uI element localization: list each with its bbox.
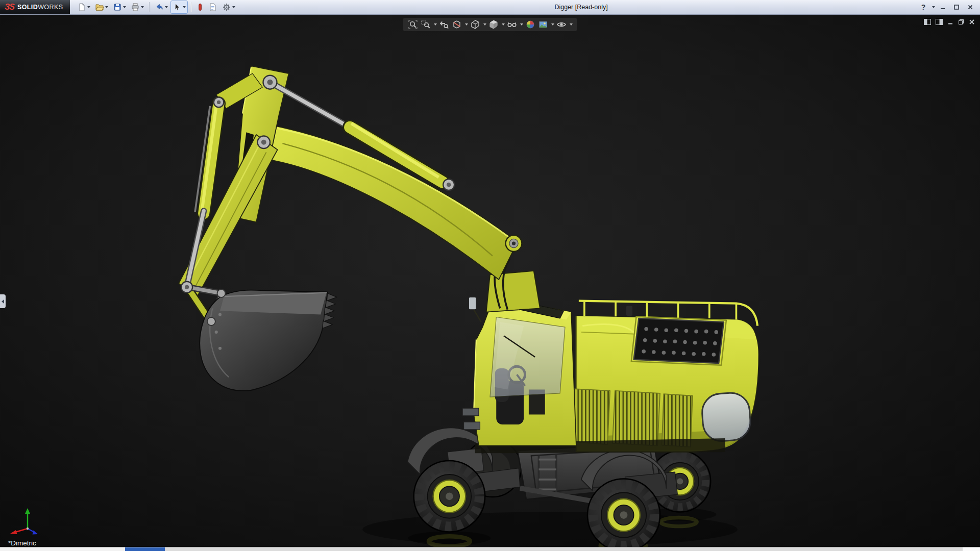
- edit-appearance-button[interactable]: [525, 19, 536, 30]
- solidworks-logo-icon: ЗS: [5, 3, 14, 12]
- save-button[interactable]: [111, 1, 128, 14]
- file-properties-icon: [208, 3, 217, 12]
- minimize-doc-button[interactable]: [947, 19, 953, 25]
- minimize-icon: [940, 4, 946, 10]
- new-document-icon: [77, 3, 86, 12]
- taskbar-active-segment: [125, 547, 165, 551]
- view-settings-icon: [556, 19, 567, 30]
- zoom-to-fit-icon: [408, 19, 418, 30]
- undo-icon: [155, 3, 164, 12]
- zoom-to-area-icon: [421, 19, 431, 30]
- help-button[interactable]: ?: [917, 2, 929, 12]
- toolbar-separator: [191, 2, 191, 12]
- section-view-icon: [452, 19, 462, 30]
- view-orientation-icon: [470, 19, 480, 30]
- chevron-down-icon[interactable]: [183, 6, 186, 8]
- apply-scene-icon: [538, 19, 548, 30]
- view-orientation-label: *Dimetric: [8, 539, 36, 547]
- chevron-down-icon[interactable]: [105, 6, 108, 8]
- toolbar-separator: [149, 2, 150, 12]
- close-doc-button[interactable]: [969, 19, 975, 25]
- chevron-down-icon[interactable]: [570, 23, 573, 26]
- section-view-button[interactable]: [451, 19, 462, 30]
- print-button[interactable]: [129, 1, 146, 14]
- graphics-area[interactable]: *Dimetric: [0, 15, 980, 547]
- chevron-down-icon[interactable]: [123, 6, 126, 8]
- options-button[interactable]: [220, 1, 237, 14]
- select-cursor-icon: [173, 3, 182, 12]
- file-properties-button[interactable]: [206, 1, 219, 14]
- wheel-front-right: [587, 479, 660, 547]
- apply-scene-button[interactable]: [537, 19, 549, 30]
- orientation-triad: [8, 506, 44, 536]
- previous-view-icon: [439, 19, 449, 30]
- minimize-button[interactable]: [937, 2, 949, 12]
- hide-show-items-icon: [507, 19, 517, 30]
- featuremanager-collapse-tab[interactable]: [0, 294, 6, 308]
- open-folder-icon: [95, 3, 104, 12]
- display-style-button[interactable]: [488, 19, 499, 30]
- pane-left-icon: [924, 19, 931, 25]
- wheel-front-left: [414, 461, 485, 532]
- window-controls: ?: [917, 2, 980, 12]
- save-icon: [113, 3, 122, 12]
- options-gear-icon: [222, 3, 231, 12]
- previous-view-button[interactable]: [438, 19, 450, 30]
- document-window-controls: [924, 19, 975, 25]
- pane-left-button[interactable]: [924, 19, 931, 25]
- solidworks-logo: ЗS SOLIDWORKS: [0, 0, 70, 14]
- new-document-button[interactable]: [75, 1, 92, 14]
- chevron-down-icon[interactable]: [434, 23, 437, 26]
- edit-appearance-icon: [525, 19, 535, 30]
- close-icon: [967, 4, 973, 10]
- chevron-down-icon[interactable]: [520, 23, 523, 26]
- open-button[interactable]: [93, 1, 110, 14]
- rebuild-icon: [197, 3, 204, 12]
- display-style-icon: [488, 19, 499, 30]
- chevron-down-icon[interactable]: [465, 23, 468, 26]
- view-orientation-button[interactable]: [470, 19, 481, 30]
- window-title: Digger [Read-only]: [554, 4, 607, 11]
- chevron-down-icon[interactable]: [502, 23, 505, 26]
- cab: [462, 297, 576, 445]
- restore-doc-icon: [958, 19, 964, 25]
- chevron-down-icon[interactable]: [87, 6, 90, 8]
- view-settings-button[interactable]: [556, 19, 567, 30]
- chevron-down-icon[interactable]: [483, 23, 486, 26]
- quick-access-toolbar: [75, 1, 237, 14]
- zoom-to-fit-button[interactable]: [407, 19, 419, 30]
- pane-right-button[interactable]: [936, 19, 943, 25]
- 3d-scene[interactable]: [0, 15, 980, 547]
- chevron-down-icon[interactable]: [165, 6, 168, 8]
- taskbar-segment: [0, 547, 125, 551]
- chevron-down-icon[interactable]: [232, 6, 235, 8]
- hide-show-items-button[interactable]: [506, 19, 518, 30]
- chevron-down-icon[interactable]: [551, 23, 554, 26]
- restore-doc-button[interactable]: [958, 19, 964, 25]
- rebuild-button[interactable]: [194, 1, 206, 14]
- brand-name: SOLIDWORKS: [17, 4, 63, 11]
- heads-up-view-toolbar: [403, 18, 577, 31]
- maximize-icon: [953, 4, 960, 10]
- zoom-to-area-button[interactable]: [420, 19, 431, 30]
- chevron-left-icon: [2, 299, 4, 304]
- select-button[interactable]: [170, 1, 188, 14]
- undo-button[interactable]: [153, 1, 170, 14]
- chevron-down-icon[interactable]: [932, 6, 935, 8]
- maximize-button[interactable]: [950, 2, 963, 12]
- minimize-doc-icon: [947, 19, 953, 25]
- close-button[interactable]: [964, 2, 976, 12]
- titlebar: ЗS SOLIDWORKS: [0, 0, 980, 15]
- close-doc-icon: [969, 19, 975, 25]
- pane-right-icon: [936, 19, 943, 25]
- taskbar-segment: [963, 547, 980, 551]
- taskbar-sliver[interactable]: [0, 547, 980, 551]
- chevron-down-icon[interactable]: [141, 6, 144, 8]
- print-icon: [131, 3, 140, 12]
